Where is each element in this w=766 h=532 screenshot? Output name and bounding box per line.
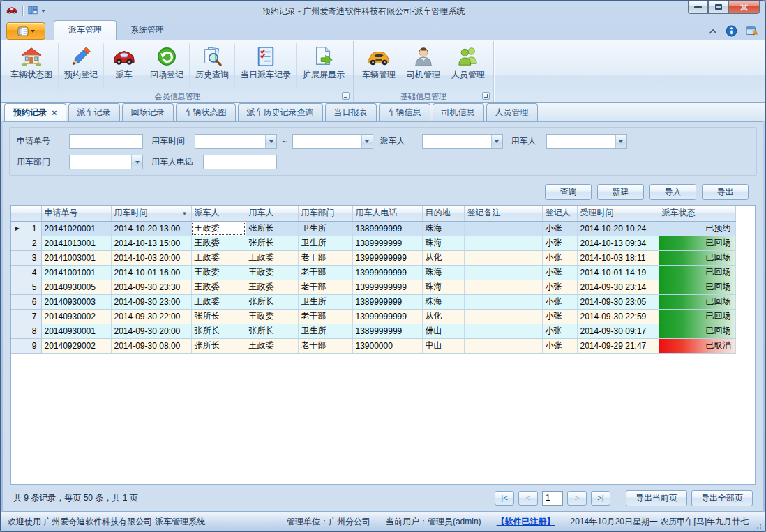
close-tab-icon[interactable]: × [52,109,57,116]
cell-dispatch-status[interactable]: 已预约 [659,221,735,236]
new-button[interactable]: 新建 [597,184,644,200]
table-row[interactable]: 7201409300022014-09-30 22:00张所长王政委老干部139… [11,309,735,324]
dialog-launcher-icon[interactable] [482,92,490,100]
cell-car-user[interactable]: 王政委 [246,265,298,280]
ribbon-tab-dispatch[interactable]: 派车管理 [54,20,117,40]
chevron-down-icon[interactable] [265,135,276,148]
doc-tab-history-query[interactable]: 派车历史记录查询 [238,103,323,121]
cell-department[interactable]: 卫生所 [298,324,352,338]
cell-order-no[interactable]: 20140930001 [41,324,111,338]
cell-dispatcher[interactable]: 王政委 [191,294,246,309]
doc-tab-reservation-records[interactable]: 预约记录 × [4,103,66,121]
table-row[interactable]: 9201409290022014-09-30 08:00张所长王政委老干部139… [11,338,735,353]
cell-remark[interactable] [464,280,542,294]
table-row[interactable]: 6201409300032014-09-30 23:00王政委张所长卫生所138… [11,294,735,309]
dialog-launcher-icon[interactable] [342,92,350,100]
cell-order-no[interactable]: 20140930005 [41,280,111,294]
cell-destination[interactable]: 珠海 [422,265,464,280]
export-all-pages-button[interactable]: 导出全部页 [691,490,753,506]
cell-department[interactable]: 老干部 [298,309,352,324]
cell-department[interactable]: 卫生所 [298,294,352,309]
cell-registrar[interactable]: 小张 [542,250,577,265]
ribbon-button-personnel-management[interactable]: 人员管理 [446,43,490,90]
row-selector-cell[interactable] [11,250,24,265]
cell-use-time[interactable]: 2014-10-13 15:00 [111,236,191,250]
doc-tab-vehicle-info[interactable]: 车辆信息 [379,103,430,121]
cell-registrar[interactable]: 小张 [542,294,577,309]
close-button[interactable] [728,1,760,14]
cell-use-time[interactable]: 2014-09-30 23:00 [111,294,191,309]
cell-destination[interactable]: 从化 [422,309,464,324]
collapse-ribbon-icon[interactable] [709,29,717,34]
cell-destination[interactable]: 珠海 [422,221,464,236]
chevron-down-icon[interactable] [615,135,626,148]
export-button[interactable]: 导出 [702,184,749,200]
cell-dispatcher[interactable]: 王政委 [191,236,246,250]
cell-car-user[interactable]: 王政委 [246,338,298,353]
cell-accept-time[interactable]: 2014-09-30 23:14 [577,280,659,294]
doc-tab-daily-report[interactable]: 当日报表 [325,103,377,121]
export-current-page-button[interactable]: 导出当前页 [626,490,687,506]
cell-destination[interactable]: 从化 [422,250,464,265]
cell-dispatcher[interactable]: 王政委 [191,280,246,294]
phone-input[interactable] [203,155,277,169]
cell-dispatcher[interactable]: 张所长 [191,324,246,338]
column-header-destination[interactable]: 目的地 [422,206,464,221]
cell-use-time[interactable]: 2014-10-03 20:00 [111,250,191,265]
cell-dispatch-status[interactable]: 已回场 [659,309,735,324]
doc-tab-personnel[interactable]: 人员管理 [486,103,538,121]
ribbon-button-reservation-register[interactable]: 预约登记 [59,43,104,90]
column-header-department[interactable]: 用车部门 [298,206,352,221]
department-combo[interactable] [69,155,143,169]
cell-dispatch-status[interactable]: 已回场 [659,236,735,250]
cell-department[interactable]: 卫生所 [298,236,352,250]
column-header-car-user[interactable]: 用车人 [246,206,298,221]
table-row[interactable]: 3201410030012014-10-03 20:00王政委王政委老干部139… [11,250,735,265]
ribbon-button-today-dispatch-records[interactable]: 当日派车记录 [235,43,297,90]
cell-department[interactable]: 老干部 [298,265,352,280]
cell-phone[interactable]: 1389999999 [352,236,422,250]
first-page-button[interactable]: |< [495,491,514,506]
row-selector-cell[interactable] [11,309,24,324]
cell-phone[interactable]: 13999999999 [352,265,422,280]
cell-department[interactable]: 老干部 [298,280,352,294]
query-button[interactable]: 查询 [545,184,592,200]
table-row[interactable]: ▶1201410200012014-10-20 13:00王政委张所长卫生所13… [11,221,735,236]
cell-dispatcher[interactable]: 王政委 [191,221,246,236]
cell-phone[interactable]: 13999999999 [352,309,422,324]
cell-dispatch-status[interactable]: 已回场 [659,324,735,338]
prev-page-button[interactable]: < [518,491,538,506]
table-row[interactable]: 8201409300012014-09-30 20:00张所长张所长卫生所138… [11,324,735,338]
cell-dispatch-status[interactable]: 已回场 [659,280,735,294]
app-car-icon[interactable] [6,5,17,17]
ribbon-button-vehicle-management[interactable]: 车辆管理 [356,43,401,90]
cell-registrar[interactable]: 小张 [542,324,577,338]
cell-order-no[interactable]: 20141013001 [41,236,111,250]
row-selector-cell[interactable] [11,236,24,250]
column-header-dispatcher[interactable]: 派车人 [191,206,246,221]
chevron-down-icon[interactable] [131,155,142,169]
cell-accept-time[interactable]: 2014-10-20 10:24 [577,221,659,236]
cell-destination[interactable]: 珠海 [422,294,464,309]
cell-accept-time[interactable]: 2014-10-03 18:11 [577,250,659,265]
doc-tab-dispatch-records[interactable]: 派车记录 [68,103,120,121]
dispatcher-combo[interactable] [422,134,503,149]
cell-destination[interactable]: 珠海 [422,280,464,294]
application-menu-button[interactable] [6,22,45,40]
cell-accept-time[interactable]: 2014-09-30 22:59 [577,309,659,324]
cell-order-no[interactable]: 20140929002 [41,338,111,353]
cell-use-time[interactable]: 2014-09-30 20:00 [111,324,191,338]
row-selector-cell[interactable] [11,294,24,309]
column-header-registrar[interactable]: 登记人 [542,206,577,221]
cell-phone[interactable]: 13999999999 [352,280,422,294]
ribbon-button-return-register[interactable]: 回场登记 [144,43,190,90]
cell-phone[interactable]: 1389999999 [352,324,422,338]
cell-dispatcher[interactable]: 张所长 [191,338,246,353]
use-time-from-combo[interactable] [195,134,277,149]
cell-car-user[interactable]: 张所长 [246,236,298,250]
cell-phone[interactable]: 1389999999 [352,294,422,309]
cell-car-user[interactable]: 王政委 [246,309,298,324]
column-header-remark[interactable]: 登记备注 [464,206,542,221]
license-registered-link[interactable]: 【软件已注册】 [497,516,555,528]
cell-destination[interactable]: 珠海 [422,236,464,250]
